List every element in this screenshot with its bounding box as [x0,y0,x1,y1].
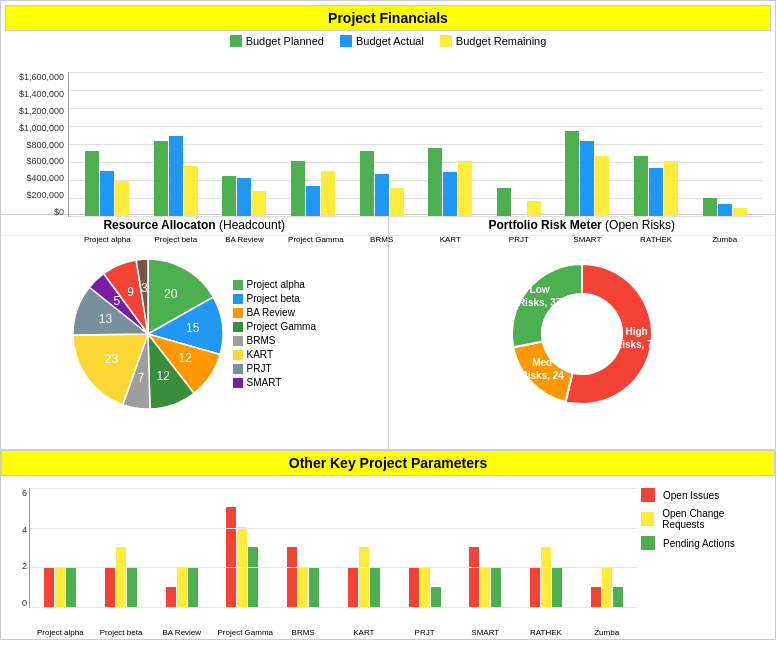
y-axis-label: $1,200,000 [13,106,64,116]
bottom-bar [348,567,358,607]
remaining-bar [664,161,678,216]
pie-label: 12 [178,351,192,365]
bar-label: Project beta [151,235,201,244]
actual-bar [649,168,663,216]
bottom-bar-label: Zumba [582,628,632,637]
remaining-bar [321,171,335,216]
bottom-bar-group: KART [334,547,395,607]
remaining-bar [115,181,129,216]
bar-chart-container: $1,600,000$1,400,000$1,200,000$1,000,000… [13,51,763,217]
pie-legend-color [233,322,243,332]
risk-subtitle: (Open Risks) [605,218,675,232]
bottom-bar-group: Project beta [91,547,152,607]
planned-bar [85,151,99,216]
bottom-y-label: 2 [9,561,27,571]
pie-legend-label: Project alpha [247,279,305,290]
bottom-bar-label: BRMS [278,628,328,637]
bar-label: RATHEK [631,235,681,244]
bar-group: RATHEK [622,156,691,216]
bar-label: KART [425,235,475,244]
pie-legend-item: Project Gamma [233,321,316,332]
bottom-bar [188,567,198,607]
top-chart-area: Budget Planned Budget Actual Budget Rema… [5,31,771,221]
y-axis-label: $600,000 [13,156,64,166]
bar-label: BRMS [357,235,407,244]
bottom-bar [370,567,380,607]
pie-legend-item: BRMS [233,335,316,346]
bar-label: SMART [562,235,612,244]
y-axis: $1,600,000$1,400,000$1,200,000$1,000,000… [13,72,68,217]
planned-bar [497,188,511,216]
bottom-bar-label: KART [339,628,389,637]
bottom-bar [287,547,297,607]
pie-label: 15 [186,320,200,334]
bar-group: Project Gamma [279,161,348,216]
bottom-legend-label: Open Change Requests [662,508,763,530]
bottom-legend: Open IssuesOpen Change RequestsPending A… [637,480,767,632]
pie-label: 9 [127,284,134,298]
bar-label: Project Gamma [288,235,338,244]
planned-bar [565,131,579,216]
middle-section: Resource Allocaton (Headcount) 201512127… [0,215,776,450]
pie-legend-label: PRJT [247,363,272,374]
planned-bar [291,161,305,216]
planned-bar [222,176,236,216]
legend-actual-label: Budget Actual [356,35,424,47]
bottom-bar [480,567,490,607]
legend-actual: Budget Actual [340,35,424,47]
pie-legend-color [233,308,243,318]
resource-subtitle: (Headcount) [219,218,285,232]
bottom-legend-color [641,488,655,502]
bottom-bar [602,567,612,607]
bottom-bar [591,587,601,607]
bottom-y-label: 6 [9,488,27,498]
bottom-y-label: 4 [9,525,27,535]
remaining-bar [595,156,609,216]
risk-section: Portfolio Risk Meter (Open Risks) HighRi… [389,215,776,449]
pie-legend-color [233,294,243,304]
donut-chart: HighRisks, 71MedRisks, 24LowRisks, 37 [487,239,677,429]
actual-bar [375,174,389,216]
y-axis-label: $200,000 [13,190,64,200]
bottom-bar-label: SMART [460,628,510,637]
pie-legend-item: Project beta [233,293,316,304]
risk-title: Portfolio Risk Meter [488,218,601,232]
pie-label: 23 [104,352,118,366]
remaining-bar [252,191,266,216]
bar-label: Zumba [700,235,750,244]
legend-planned-label: Budget Planned [246,35,324,47]
bottom-bar-group: RATHEK [516,547,577,607]
bottom-y-axis: 6420 [9,488,29,608]
planned-color-box [230,35,242,47]
risk-header: Portfolio Risk Meter (Open Risks) [389,215,776,236]
bottom-legend-label: Open Issues [663,490,719,501]
pie-container: 2015121272313593 Project alphaProject be… [1,236,388,431]
pie-label: 3 [141,281,148,295]
bottom-bar-group: BRMS [273,547,334,607]
pie-legend-label: Project beta [247,293,300,304]
actual-bar [237,178,251,216]
bottom-bar-group: Project Gamma [212,507,273,607]
legend-remaining-label: Budget Remaining [456,35,547,47]
bottom-bar-label: PRJT [400,628,450,637]
bar-group: Project beta [142,136,211,216]
bottom-bar [409,567,419,607]
bottom-bar-group: SMART [455,547,516,607]
pie-legend-color [233,378,243,388]
y-axis-label: $1,400,000 [13,89,64,99]
bottom-bar [66,567,76,607]
bottom-bar-label: BA Review [157,628,207,637]
bar-group: BA Review [210,176,279,216]
actual-bar [169,136,183,216]
bottom-header: Other Key Project Parameters [1,450,775,476]
bottom-bar [491,567,501,607]
bottom-bar [248,547,258,607]
project-financials-header: Project Financials [5,5,771,31]
planned-bar [360,151,374,216]
pie-legend: Project alphaProject betaBA ReviewProjec… [233,279,316,388]
bottom-chart-area: 6420 Project alphaProject betaBA ReviewP… [1,476,775,636]
bottom-bar [177,567,187,607]
bottom-bar [420,567,430,607]
resource-header: Resource Allocaton (Headcount) [1,215,388,236]
bottom-bar [359,547,369,607]
